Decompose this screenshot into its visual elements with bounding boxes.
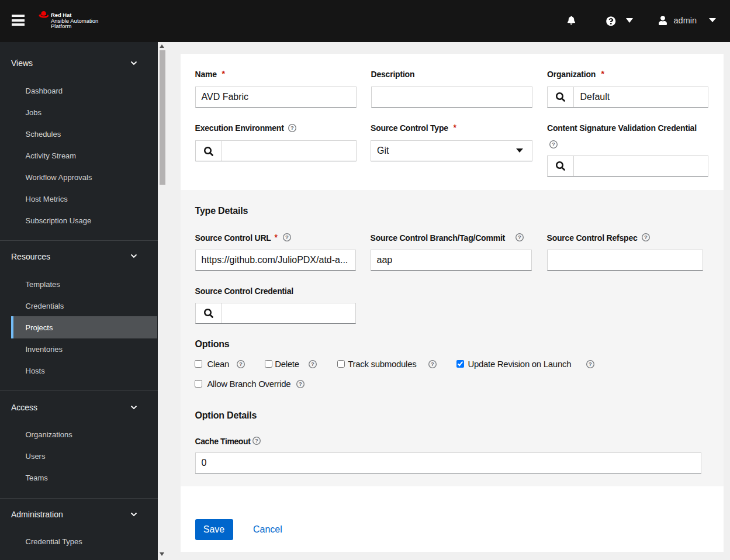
svg-text:?: ? bbox=[589, 361, 592, 367]
svg-text:?: ? bbox=[255, 437, 258, 444]
svg-text:?: ? bbox=[290, 125, 294, 131]
svg-text:?: ? bbox=[644, 234, 648, 240]
svg-text:?: ? bbox=[431, 361, 434, 367]
svg-text:?: ? bbox=[299, 381, 302, 387]
svg-text:?: ? bbox=[311, 361, 314, 367]
svg-text:?: ? bbox=[518, 234, 521, 240]
svg-text:?: ? bbox=[552, 141, 555, 147]
svg-text:?: ? bbox=[239, 361, 243, 367]
svg-text:?: ? bbox=[285, 234, 289, 240]
